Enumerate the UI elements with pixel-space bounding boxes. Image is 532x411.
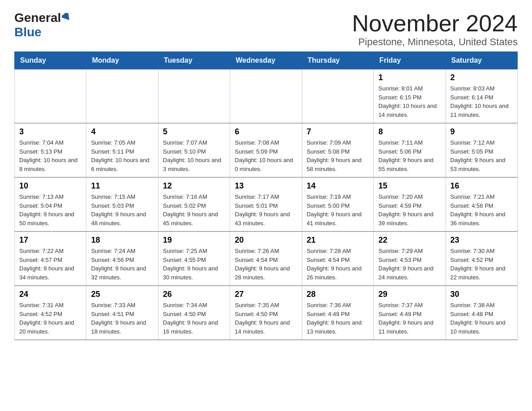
- logo: General Blue: [14, 11, 72, 39]
- day-info: Sunrise: 7:09 AM Sunset: 5:08 PM Dayligh…: [307, 138, 369, 173]
- calendar-cell: [230, 69, 302, 124]
- day-number: 18: [91, 235, 153, 245]
- calendar-cell: 12Sunrise: 7:16 AM Sunset: 5:02 PM Dayli…: [158, 177, 230, 231]
- day-number: 26: [163, 290, 225, 299]
- weekday-header-thursday: Thursday: [302, 52, 373, 69]
- calendar-header: SundayMondayTuesdayWednesdayThursdayFrid…: [15, 52, 518, 69]
- calendar-cell: 2Sunrise: 8:03 AM Sunset: 6:14 PM Daylig…: [446, 69, 517, 124]
- day-info: Sunrise: 7:21 AM Sunset: 4:58 PM Dayligh…: [450, 193, 513, 227]
- day-info: Sunrise: 7:12 AM Sunset: 5:05 PM Dayligh…: [450, 138, 513, 173]
- calendar-cell: [158, 69, 230, 124]
- day-number: 2: [450, 73, 513, 82]
- day-info: Sunrise: 7:33 AM Sunset: 4:51 PM Dayligh…: [91, 301, 153, 336]
- calendar-body: 1Sunrise: 8:01 AM Sunset: 6:15 PM Daylig…: [15, 69, 518, 340]
- day-info: Sunrise: 7:35 AM Sunset: 4:50 PM Dayligh…: [235, 301, 297, 336]
- day-number: 3: [19, 127, 82, 137]
- day-number: 20: [235, 235, 297, 245]
- day-number: 23: [450, 235, 513, 245]
- calendar-week-row: 24Sunrise: 7:31 AM Sunset: 4:52 PM Dayli…: [15, 286, 518, 340]
- day-info: Sunrise: 7:24 AM Sunset: 4:56 PM Dayligh…: [91, 247, 153, 282]
- day-number: 28: [307, 290, 369, 299]
- weekday-header-wednesday: Wednesday: [230, 52, 302, 69]
- weekday-header-saturday: Saturday: [446, 52, 517, 69]
- day-info: Sunrise: 7:25 AM Sunset: 4:55 PM Dayligh…: [163, 247, 225, 282]
- calendar-week-row: 17Sunrise: 7:22 AM Sunset: 4:57 PM Dayli…: [15, 231, 518, 286]
- day-info: Sunrise: 7:11 AM Sunset: 5:06 PM Dayligh…: [378, 138, 441, 173]
- day-number: 4: [91, 127, 153, 137]
- day-info: Sunrise: 7:29 AM Sunset: 4:53 PM Dayligh…: [378, 247, 441, 282]
- day-info: Sunrise: 7:31 AM Sunset: 4:52 PM Dayligh…: [19, 301, 82, 336]
- day-number: 7: [307, 127, 369, 137]
- weekday-row: SundayMondayTuesdayWednesdayThursdayFrid…: [15, 52, 518, 69]
- day-info: Sunrise: 7:37 AM Sunset: 4:49 PM Dayligh…: [378, 301, 441, 336]
- day-number: 12: [163, 181, 225, 191]
- calendar-week-row: 10Sunrise: 7:13 AM Sunset: 5:04 PM Dayli…: [15, 177, 518, 231]
- calendar-cell: 23Sunrise: 7:30 AM Sunset: 4:52 PM Dayli…: [446, 231, 517, 286]
- day-info: Sunrise: 7:19 AM Sunset: 5:00 PM Dayligh…: [307, 193, 369, 227]
- calendar-cell: 4Sunrise: 7:05 AM Sunset: 5:11 PM Daylig…: [86, 123, 158, 177]
- calendar-cell: 22Sunrise: 7:29 AM Sunset: 4:53 PM Dayli…: [374, 231, 446, 286]
- day-number: 1: [378, 73, 441, 82]
- calendar-cell: 15Sunrise: 7:20 AM Sunset: 4:59 PM Dayli…: [374, 177, 446, 231]
- calendar-cell: 9Sunrise: 7:12 AM Sunset: 5:05 PM Daylig…: [446, 123, 517, 177]
- weekday-header-monday: Monday: [86, 52, 158, 69]
- day-info: Sunrise: 7:04 AM Sunset: 5:13 PM Dayligh…: [19, 138, 82, 173]
- weekday-header-tuesday: Tuesday: [158, 52, 230, 69]
- day-number: 24: [19, 290, 82, 299]
- day-info: Sunrise: 7:15 AM Sunset: 5:03 PM Dayligh…: [91, 193, 153, 227]
- calendar-cell: 20Sunrise: 7:26 AM Sunset: 4:54 PM Dayli…: [230, 231, 302, 286]
- day-info: Sunrise: 7:13 AM Sunset: 5:04 PM Dayligh…: [19, 193, 82, 227]
- day-number: 16: [450, 181, 513, 191]
- day-number: 15: [378, 181, 441, 191]
- day-info: Sunrise: 7:16 AM Sunset: 5:02 PM Dayligh…: [163, 193, 225, 227]
- calendar-cell: 19Sunrise: 7:25 AM Sunset: 4:55 PM Dayli…: [158, 231, 230, 286]
- calendar-cell: 7Sunrise: 7:09 AM Sunset: 5:08 PM Daylig…: [302, 123, 373, 177]
- calendar-cell: [302, 69, 373, 124]
- day-number: 13: [235, 181, 297, 191]
- calendar-cell: 29Sunrise: 7:37 AM Sunset: 4:49 PM Dayli…: [374, 286, 446, 340]
- day-number: 22: [378, 235, 441, 245]
- calendar-cell: 11Sunrise: 7:15 AM Sunset: 5:03 PM Dayli…: [86, 177, 158, 231]
- day-info: Sunrise: 7:26 AM Sunset: 4:54 PM Dayligh…: [235, 247, 297, 282]
- day-info: Sunrise: 7:17 AM Sunset: 5:01 PM Dayligh…: [235, 193, 297, 227]
- title-block: November 2024 Pipestone, Minnesota, Unit…: [352, 11, 518, 48]
- day-info: Sunrise: 7:36 AM Sunset: 4:49 PM Dayligh…: [307, 301, 369, 336]
- calendar-cell: 13Sunrise: 7:17 AM Sunset: 5:01 PM Dayli…: [230, 177, 302, 231]
- weekday-header-friday: Friday: [374, 52, 446, 69]
- calendar-cell: 28Sunrise: 7:36 AM Sunset: 4:49 PM Dayli…: [302, 286, 373, 340]
- day-info: Sunrise: 7:22 AM Sunset: 4:57 PM Dayligh…: [19, 247, 82, 282]
- logo-general: General: [14, 11, 61, 25]
- day-info: Sunrise: 7:07 AM Sunset: 5:10 PM Dayligh…: [163, 138, 225, 173]
- calendar-table: SundayMondayTuesdayWednesdayThursdayFrid…: [14, 51, 518, 340]
- day-info: Sunrise: 8:03 AM Sunset: 6:14 PM Dayligh…: [450, 84, 513, 119]
- calendar-cell: [15, 69, 86, 124]
- day-info: Sunrise: 7:34 AM Sunset: 4:50 PM Dayligh…: [163, 301, 225, 336]
- day-info: Sunrise: 7:30 AM Sunset: 4:52 PM Dayligh…: [450, 247, 513, 282]
- page-title: November 2024: [352, 11, 518, 36]
- day-number: 11: [91, 181, 153, 191]
- day-number: 30: [450, 290, 513, 299]
- day-info: Sunrise: 7:05 AM Sunset: 5:11 PM Dayligh…: [91, 138, 153, 173]
- logo-blue: Blue: [14, 25, 42, 39]
- day-number: 21: [307, 235, 369, 245]
- logo-triangle-icon: [62, 13, 72, 23]
- page-header: General Blue November 2024 Pipestone, Mi…: [14, 11, 518, 48]
- day-info: Sunrise: 7:28 AM Sunset: 4:54 PM Dayligh…: [307, 247, 369, 282]
- calendar-cell: 8Sunrise: 7:11 AM Sunset: 5:06 PM Daylig…: [374, 123, 446, 177]
- calendar-cell: 17Sunrise: 7:22 AM Sunset: 4:57 PM Dayli…: [15, 231, 86, 286]
- calendar-cell: 14Sunrise: 7:19 AM Sunset: 5:00 PM Dayli…: [302, 177, 373, 231]
- calendar-cell: 1Sunrise: 8:01 AM Sunset: 6:15 PM Daylig…: [374, 69, 446, 124]
- weekday-header-sunday: Sunday: [15, 52, 86, 69]
- calendar-cell: 16Sunrise: 7:21 AM Sunset: 4:58 PM Dayli…: [446, 177, 517, 231]
- day-number: 14: [307, 181, 369, 191]
- day-number: 25: [91, 290, 153, 299]
- svg-marker-0: [62, 13, 72, 23]
- calendar-cell: 27Sunrise: 7:35 AM Sunset: 4:50 PM Dayli…: [230, 286, 302, 340]
- calendar-cell: 24Sunrise: 7:31 AM Sunset: 4:52 PM Dayli…: [15, 286, 86, 340]
- calendar-week-row: 3Sunrise: 7:04 AM Sunset: 5:13 PM Daylig…: [15, 123, 518, 177]
- calendar-cell: 26Sunrise: 7:34 AM Sunset: 4:50 PM Dayli…: [158, 286, 230, 340]
- page-subtitle: Pipestone, Minnesota, United States: [352, 36, 518, 48]
- calendar-cell: 25Sunrise: 7:33 AM Sunset: 4:51 PM Dayli…: [86, 286, 158, 340]
- day-number: 9: [450, 127, 513, 137]
- day-number: 17: [19, 235, 82, 245]
